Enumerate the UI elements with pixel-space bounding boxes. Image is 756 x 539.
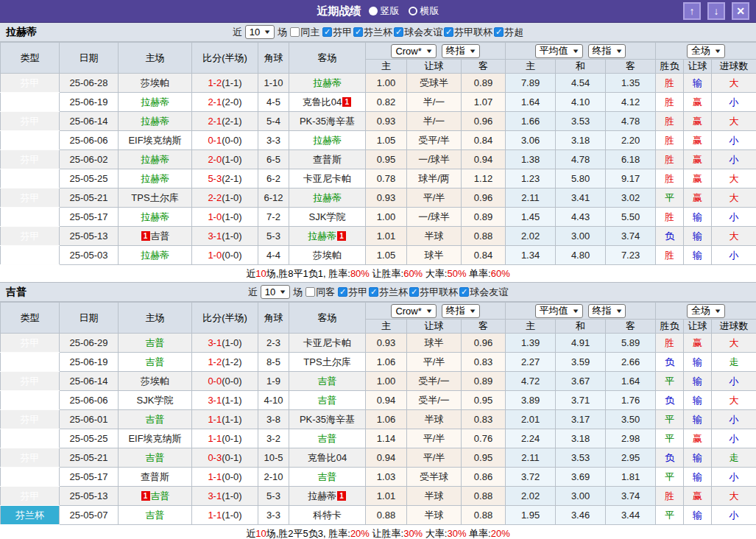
avg-time-select[interactable]: 终指▼ — [588, 44, 626, 58]
league-filter-checkbox[interactable]: 芬甲联杯 — [444, 26, 492, 39]
result-wdl: 胜 — [656, 334, 684, 353]
odds-handicap: 半球 — [407, 506, 462, 525]
league-filter-checkbox[interactable]: 球会友谊 — [394, 26, 442, 39]
competition-badge: 芬甲 — [1, 112, 60, 131]
halftime-score: (1-1) — [222, 395, 241, 406]
col-avg-draw: 和 — [556, 320, 606, 334]
score-cell: 2-0(1-0) — [192, 150, 258, 169]
home-team-cell: SJK学院 — [119, 391, 192, 410]
odds-handicap: 半球 — [407, 227, 462, 246]
chevron-down-icon: ▼ — [571, 48, 579, 54]
odds-home: 1.01 — [366, 487, 407, 506]
league-filter-checkbox[interactable]: 芬甲联杯 — [409, 286, 458, 299]
result-handicap: 赢 — [684, 150, 712, 169]
result-handicap: 输 — [684, 353, 712, 372]
home-team-cell: EIF埃克纳斯 — [119, 429, 192, 448]
league-filter-checkbox[interactable]: 芬甲 — [338, 286, 367, 299]
odds-away: 1.07 — [462, 93, 506, 112]
avg-draw: 4.91 — [556, 334, 606, 353]
col-result-handicap: 让球 — [684, 320, 712, 334]
layout-radio-option[interactable]: 竖版 — [369, 4, 400, 18]
odds-time-select[interactable]: 终指▼ — [442, 304, 480, 318]
home-team-cell: 莎埃帕 — [119, 74, 192, 93]
league-filter-checkbox[interactable]: 芬甲 — [322, 26, 352, 39]
away-team-cell: 卡亚尼卡帕 — [289, 334, 366, 353]
corner-score: 2-3 — [258, 334, 289, 353]
result-scope-select[interactable]: 全场▼ — [687, 304, 725, 318]
col-date: 日期 — [60, 43, 119, 74]
venue-filter-checkbox[interactable]: 同客 — [305, 286, 335, 299]
league-filter-list: 芬甲芬兰杯球会友谊芬甲联杯芬超 — [322, 26, 523, 39]
team-label: TPS土尔库 — [131, 192, 178, 203]
chevron-down-icon: ▼ — [571, 308, 579, 314]
result-scope-select[interactable]: 全场▼ — [687, 44, 725, 58]
col-home: 主场 — [119, 303, 192, 334]
close-icon: ✕ — [736, 6, 745, 16]
match-row: 芬甲 25-06-19 吉普 1-2(1-2) 8-5 TPS土尔库 1.06 … — [1, 353, 756, 372]
match-date: 25-05-21 — [60, 448, 119, 468]
score-cell: 3-1(1-0) — [192, 334, 258, 353]
team-name: 吉普 — [6, 286, 27, 299]
odds-time-select[interactable]: 终指▼ — [442, 44, 480, 58]
match-count-select[interactable]: 10 ▼ — [261, 285, 290, 299]
avg-away: 2.95 — [606, 448, 656, 468]
team-label: 莎埃帕 — [313, 250, 342, 261]
avg-home: 3.72 — [506, 468, 556, 487]
col-away: 客场 — [289, 43, 366, 74]
competition-badge: 芬甲 — [1, 246, 60, 265]
odds-handicap: 受半/一 — [407, 391, 462, 410]
avg-draw: 3.00 — [556, 487, 606, 506]
home-team-cell: 吉普 — [119, 448, 192, 468]
radio-icon — [369, 7, 378, 15]
team-label: 查普斯 — [313, 154, 342, 165]
avg-time-select[interactable]: 终指▼ — [588, 304, 626, 318]
venue-filter-checkbox[interactable]: 同主 — [290, 26, 319, 39]
league-filter-checkbox[interactable]: 芬兰杯 — [353, 26, 392, 39]
competition-badge: 芬甲 — [1, 93, 60, 112]
score-cell: 1-0(0-0) — [192, 246, 258, 265]
avg-type-select[interactable]: 平均值▼ — [535, 304, 583, 318]
halftime-score: (0-0) — [222, 471, 241, 482]
league-filter-checkbox[interactable]: 芬兰杯 — [369, 286, 408, 299]
match-row: 芬甲 25-05-17 查普斯 1-1(0-0) 2-10 吉普 1.03 受半… — [1, 468, 756, 487]
avg-away: 2.66 — [606, 353, 656, 372]
result-handicap: 赢 — [684, 334, 712, 353]
home-team-cell: EIF埃克纳斯 — [119, 131, 192, 150]
close-button[interactable]: ✕ — [732, 2, 749, 20]
result-goals: 走 — [712, 353, 756, 372]
odds-handicap: 一/球半 — [407, 208, 462, 227]
fulltime-score: 3-1 — [208, 337, 222, 348]
move-up-button[interactable]: ↑ — [683, 2, 701, 20]
result-handicap: 输 — [684, 208, 712, 227]
layout-radio-group: 竖版横版 — [369, 4, 439, 18]
score-cell: 3-1(1-1) — [192, 391, 258, 410]
layout-radio-option[interactable]: 横版 — [409, 4, 439, 18]
league-filter-checkbox[interactable]: 球会友谊 — [459, 286, 508, 299]
games-label: 场 — [293, 286, 303, 299]
score-cell: 3-1(1-0) — [192, 227, 258, 246]
near-label: 近 — [233, 26, 242, 39]
match-date: 25-06-19 — [60, 93, 119, 112]
move-down-button[interactable]: ↓ — [707, 2, 725, 20]
avg-home: 4.72 — [506, 372, 556, 391]
chevron-down-icon: ▼ — [615, 48, 623, 54]
chevron-down-icon: ▼ — [713, 308, 721, 314]
col-odds-away: 客 — [462, 320, 506, 334]
odds-company-select[interactable]: Crow*▼ — [391, 304, 436, 318]
team-label: 吉普 — [318, 395, 337, 406]
filter-controls: 近 10 ▼ 场 同主 芬甲芬兰杯球会友谊芬甲联杯芬超 — [233, 25, 523, 39]
away-team-cell: 卡亚尼卡帕 — [289, 169, 366, 189]
match-count-select[interactable]: 10 ▼ — [245, 25, 275, 39]
team-label: 吉普 — [146, 510, 165, 521]
col-odds-home: 主 — [366, 320, 407, 334]
odds-handicap: 半球 — [407, 487, 462, 506]
league-filter-checkbox[interactable]: 芬超 — [494, 26, 523, 39]
avg-type-select[interactable]: 平均值▼ — [535, 44, 583, 58]
radio-icon — [409, 7, 417, 15]
checkbox-label: 芬超 — [504, 26, 523, 39]
home-team-cell: 1吉普 — [119, 227, 192, 246]
match-date: 25-06-14 — [60, 112, 119, 131]
odds-company-select[interactable]: Crow*▼ — [391, 44, 436, 58]
team-label: 吉普 — [146, 337, 165, 348]
window-buttons: ↑ ↓ ✕ — [683, 2, 756, 20]
